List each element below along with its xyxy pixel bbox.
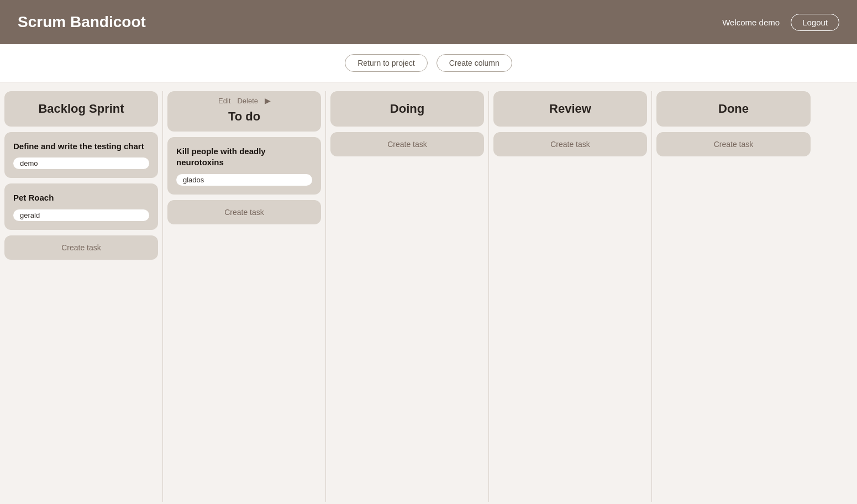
- header-right: Welcome demo Logout: [722, 14, 839, 31]
- column-todo: EditDelete▶To doKill people with deadly …: [163, 91, 326, 502]
- task-card[interactable]: Define and write the testing chartdemo: [4, 132, 158, 178]
- task-card[interactable]: Pet Roachgerald: [4, 183, 158, 229]
- column-header-review: Review: [493, 91, 647, 127]
- task-title: Define and write the testing chart: [13, 141, 149, 152]
- column-delete-button[interactable]: Delete: [237, 97, 258, 105]
- column-doing: DoingCreate task: [326, 91, 489, 502]
- column-edit-button[interactable]: Edit: [218, 97, 230, 105]
- return-to-project-button[interactable]: Return to project: [345, 54, 428, 72]
- column-header-done: Done: [656, 91, 811, 127]
- task-tag: glados: [176, 174, 312, 186]
- column-header-backlog: Backlog Sprint: [4, 91, 158, 127]
- logout-button[interactable]: Logout: [791, 14, 839, 31]
- column-review: ReviewCreate task: [489, 91, 652, 502]
- app-title: Scrum Bandicoot: [18, 13, 146, 31]
- create-task-button[interactable]: Create task: [167, 200, 321, 224]
- task-card[interactable]: Kill people with deadly neurotoxinsglado…: [167, 137, 321, 195]
- task-title: Kill people with deadly neurotoxins: [176, 146, 312, 169]
- create-task-button[interactable]: Create task: [493, 132, 647, 156]
- task-tag: gerald: [13, 209, 149, 221]
- app-header: Scrum Bandicoot Welcome demo Logout: [0, 0, 857, 44]
- play-icon[interactable]: ▶: [265, 97, 270, 105]
- create-task-button[interactable]: Create task: [4, 235, 158, 260]
- create-task-button[interactable]: Create task: [656, 132, 811, 156]
- toolbar: Return to project Create column: [0, 44, 857, 82]
- column-header-todo: EditDelete▶To do: [167, 91, 321, 132]
- task-tag: demo: [13, 158, 149, 169]
- kanban-board: Backlog SprintDefine and write the testi…: [0, 82, 857, 504]
- column-header-doing: Doing: [330, 91, 484, 127]
- create-task-button[interactable]: Create task: [330, 132, 484, 156]
- create-column-button[interactable]: Create column: [437, 54, 512, 72]
- column-backlog: Backlog SprintDefine and write the testi…: [0, 91, 163, 502]
- welcome-text: Welcome demo: [722, 18, 780, 27]
- task-title: Pet Roach: [13, 192, 149, 203]
- column-done: DoneCreate task: [652, 91, 815, 502]
- column-title: To do: [228, 109, 260, 124]
- column-actions: EditDelete▶: [176, 97, 312, 105]
